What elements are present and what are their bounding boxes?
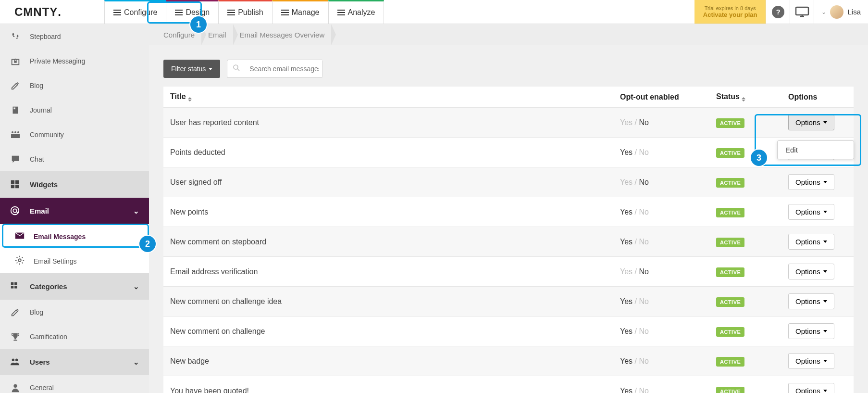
- th-optout: Opt-out enabled: [613, 87, 709, 108]
- cell-optout: Yes / No: [613, 287, 709, 317]
- filter-status-label: Filter status: [171, 65, 206, 73]
- footsteps-icon: [10, 31, 21, 42]
- svg-point-14: [13, 209, 16, 212]
- sidebar-section-users[interactable]: Users ⌄: [0, 349, 149, 375]
- cell-status: ACTIVE: [709, 197, 781, 227]
- sidebar-item-label: Blog: [30, 308, 43, 316]
- sidebar-item-chat[interactable]: Chat: [0, 147, 149, 171]
- sidebar-item-general[interactable]: General: [0, 375, 149, 393]
- trial-box[interactable]: Trial expires in 8 days Activate your pl…: [694, 0, 766, 24]
- filter-status-button[interactable]: Filter status: [163, 60, 220, 78]
- status-badge: ACTIVE: [716, 118, 744, 128]
- status-badge: ACTIVE: [716, 208, 744, 217]
- book-icon: [10, 104, 21, 116]
- sidebar-sub-label: Email Messages: [34, 233, 86, 241]
- options-button[interactable]: Options: [788, 114, 834, 130]
- table-row: You have been quoted!Yes / NoACTIVEOptio…: [163, 376, 854, 393]
- tab-manage[interactable]: Manage: [272, 0, 329, 24]
- options-button[interactable]: Options: [788, 234, 834, 250]
- sidebar-item-blog2[interactable]: Blog: [0, 300, 149, 324]
- sidebar-section-label: Email: [30, 207, 49, 215]
- sidebar-section-categories[interactable]: Categories ⌄: [0, 273, 149, 300]
- options-button[interactable]: Options: [788, 383, 834, 393]
- svg-point-24: [234, 65, 238, 69]
- cell-title: Points deducted: [163, 138, 613, 167]
- users-icon: [10, 356, 21, 368]
- th-title[interactable]: Title: [163, 87, 613, 108]
- sidebar-item-journal[interactable]: Journal: [0, 98, 149, 122]
- sidebar-item-blog[interactable]: Blog: [0, 73, 149, 98]
- svg-point-13: [11, 206, 19, 215]
- chevron-down-icon: ⌄: [821, 9, 826, 15]
- trial-expires-text: Trial expires in 8 days: [705, 5, 756, 11]
- tab-configure[interactable]: Configure: [104, 0, 166, 24]
- th-status[interactable]: Status: [709, 87, 781, 108]
- chat-icon: [10, 153, 21, 165]
- preview-button[interactable]: [790, 0, 814, 24]
- svg-rect-17: [11, 282, 14, 285]
- svg-point-21: [12, 358, 14, 361]
- sort-icon: [188, 97, 192, 101]
- caret-down-icon: [823, 360, 827, 362]
- step-marker-2: 2: [139, 236, 156, 252]
- status-badge: ACTIVE: [716, 387, 744, 393]
- svg-rect-18: [14, 282, 17, 285]
- sidebar-item-private-messaging[interactable]: Private Messaging: [0, 49, 149, 73]
- sidebar-item-community[interactable]: Community: [0, 122, 149, 147]
- cell-title: New comment on challenge: [163, 317, 613, 346]
- tab-analyze[interactable]: Analyze: [328, 0, 384, 24]
- status-badge: ACTIVE: [716, 267, 744, 277]
- grid-icon: [10, 179, 21, 190]
- options-button[interactable]: Options: [788, 174, 834, 190]
- cell-options: Options: [781, 257, 854, 287]
- sidebar-section-label: Users: [30, 358, 50, 366]
- lock-message-icon: [10, 55, 21, 67]
- user-name: Lisa: [847, 8, 861, 16]
- sidebar-item-gamification[interactable]: Gamification: [0, 324, 149, 349]
- cell-title: New comment on challenge idea: [163, 287, 613, 317]
- cell-optout: Yes / No: [613, 197, 709, 227]
- sidebar-item-stepboard[interactable]: Stepboard: [0, 24, 149, 49]
- options-button[interactable]: Options: [788, 264, 834, 279]
- hamburger-icon: [337, 10, 345, 15]
- svg-rect-20: [14, 286, 17, 289]
- sidebar-section-email[interactable]: Email ⌄: [0, 198, 149, 224]
- status-badge: ACTIVE: [716, 297, 744, 307]
- sidebar: Stepboard Private Messaging Blog Journal…: [0, 24, 149, 393]
- step-marker-1: 1: [190, 16, 207, 33]
- breadcrumb: Configure Email Email Messages Overview: [149, 24, 868, 45]
- cell-status: ACTIVE: [709, 167, 781, 197]
- cell-title: User signed off: [163, 167, 613, 197]
- cell-optout: Yes / No: [613, 108, 709, 138]
- people-icon: [10, 129, 21, 140]
- tab-manage-label: Manage: [292, 8, 320, 17]
- topbar: CMNTY. Configure Design Publish Manage A…: [0, 0, 868, 24]
- user-menu[interactable]: ⌄ Lisa: [814, 0, 868, 24]
- sidebar-sub-email-settings[interactable]: Email Settings: [0, 249, 149, 273]
- options-button[interactable]: Options: [788, 323, 834, 339]
- cell-optout: Yes / No: [613, 257, 709, 287]
- help-button[interactable]: ?: [766, 0, 790, 24]
- cell-options: Options: [781, 346, 854, 376]
- sidebar-section-widgets[interactable]: Widgets: [0, 171, 149, 198]
- sidebar-section-label: Categories: [30, 282, 67, 291]
- options-button[interactable]: Options: [788, 204, 834, 220]
- caret-down-icon: [823, 330, 827, 332]
- status-badge: ACTIVE: [716, 178, 744, 188]
- cell-title: You have been quoted!: [163, 376, 613, 393]
- cell-optout: Yes / No: [613, 167, 709, 197]
- sidebar-sub-email-messages[interactable]: Email Messages: [0, 224, 149, 249]
- dropdown-edit[interactable]: Edit: [778, 141, 854, 159]
- options-button[interactable]: Options: [788, 293, 834, 309]
- svg-point-7: [17, 131, 19, 133]
- svg-rect-4: [13, 107, 15, 109]
- svg-rect-12: [15, 184, 19, 188]
- search-input[interactable]: [246, 60, 322, 77]
- options-button[interactable]: Options: [788, 353, 834, 369]
- logo: CMNTY.: [0, 0, 76, 24]
- pencil-icon: [10, 80, 21, 91]
- tab-publish[interactable]: Publish: [218, 0, 272, 24]
- status-badge: ACTIVE: [716, 327, 744, 337]
- cell-status: ACTIVE: [709, 376, 781, 393]
- envelope-icon: [14, 231, 25, 241]
